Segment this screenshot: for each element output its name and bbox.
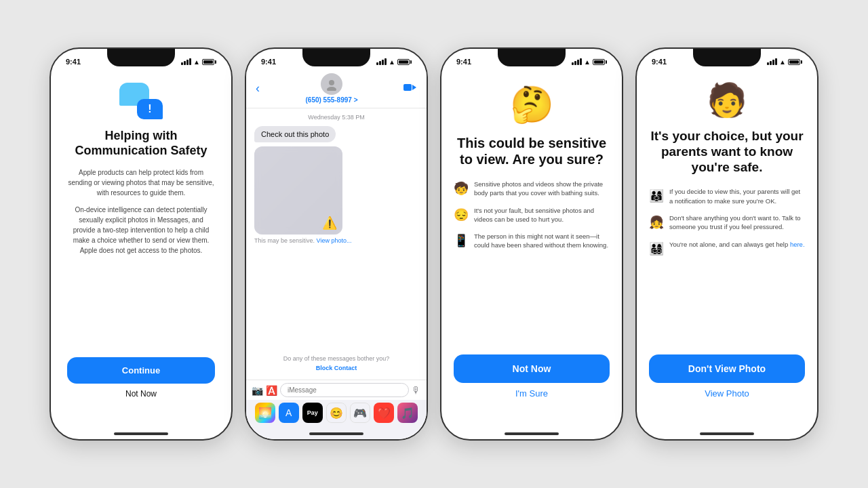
signal-icon-1: [181, 58, 191, 65]
camera-icon[interactable]: 📷: [252, 385, 263, 396]
svg-rect-2: [403, 84, 412, 91]
svg-point-1: [327, 87, 336, 91]
exclaim-icon: !: [148, 103, 151, 115]
here-link[interactable]: here.: [790, 241, 805, 248]
phone1-body1: Apple products can help protect kids fro…: [67, 167, 215, 198]
apple-pay-icon[interactable]: Pay: [302, 403, 323, 423]
advice-icon-3: 👨‍👩‍👧‍👦: [649, 241, 664, 256]
signal-icon-2: [376, 58, 387, 65]
advice-item-3: 👨‍👩‍👧‍👦 You're not alone, and can always…: [649, 240, 805, 256]
warning-triangle-icon: ⚠️: [322, 216, 337, 230]
wifi-icon-4: ▲: [779, 58, 786, 66]
imessage-input[interactable]: [280, 383, 409, 397]
svg-point-0: [329, 80, 334, 85]
battery-icon-3: [593, 59, 607, 65]
wifi-icon-3: ▲: [584, 58, 591, 66]
status-icons-4: ▲: [767, 58, 802, 66]
continue-button[interactable]: Continue: [67, 357, 215, 384]
bother-message: Do any of these messages bother you?: [254, 355, 418, 362]
advice-text-1: If you decide to view this, your parents…: [669, 187, 805, 205]
sensitive-title: This could be sensitive to view. Are you…: [454, 135, 610, 167]
not-now-button-3[interactable]: Not Now: [454, 354, 610, 383]
status-icons-2: ▲: [376, 58, 412, 66]
messages-header: ‹ (650) 555-8997 >: [246, 70, 427, 108]
message-bubble: Check out this photo: [254, 126, 336, 142]
chat-bubble-2: !: [137, 99, 163, 119]
game-icon[interactable]: 🎮: [350, 403, 370, 423]
status-bar-1: 9:41 ▲: [51, 49, 231, 70]
view-photo-button[interactable]: View Photo: [705, 388, 749, 399]
reason-icon-3: 📱: [454, 233, 469, 248]
advice-icon-2: 👧: [649, 215, 664, 230]
phone1-content: ! Helping with Communication Safety Appl…: [51, 70, 231, 439]
phone-2: 9:41 ▲ ‹: [245, 47, 428, 441]
advice-item-2: 👧 Don't share anything you don't want to…: [649, 214, 805, 232]
time-4: 9:41: [652, 58, 667, 66]
advice-text-3: You're not alone, and can always get hel…: [669, 240, 805, 249]
battery-icon-1: [202, 59, 216, 65]
messages-body: Wednesday 5:38 PM Check out this photo ⚠…: [246, 108, 427, 380]
phone2-content: ‹ (650) 555-8997 > Wednesday 5:38 PM Che…: [246, 70, 427, 439]
phone1-body2: On-device intelligence can detect potent…: [67, 205, 215, 256]
signal-icon-4: [767, 58, 777, 65]
memoji-icon[interactable]: 😊: [326, 403, 347, 423]
appstore-icon[interactable]: A: [279, 403, 299, 423]
reason-item-2: 😔 It's not your fault, but sensitive pho…: [454, 206, 610, 224]
im-sure-button[interactable]: I'm Sure: [515, 388, 548, 399]
contact-info: (650) 555-8997 >: [305, 73, 357, 104]
advice-item-1: 👨‍👩‍👧 If you decide to view this, your p…: [649, 187, 805, 205]
photos-app-icon[interactable]: 🌅: [255, 403, 275, 423]
wifi-icon-1: ▲: [193, 58, 200, 66]
reason-text-1: Sensitive photos and videos show the pri…: [474, 180, 610, 198]
comm-safety-icon: !: [119, 83, 163, 119]
contact-avatar: [321, 73, 342, 95]
time-3: 9:41: [456, 58, 471, 66]
advice-icon-1: 👨‍👩‍👧: [649, 188, 664, 203]
home-indicator-3: [505, 432, 559, 435]
reason-text-3: The person in this might not want it see…: [474, 232, 610, 250]
advice-text-2: Don't share anything you don't want to. …: [669, 214, 805, 232]
reason-item-3: 📱 The person in this might not want it s…: [454, 232, 610, 250]
block-contact-link[interactable]: Block Contact: [254, 365, 418, 371]
reason-list: 🧒 Sensitive photos and videos show the p…: [454, 180, 610, 258]
signal-icon-3: [572, 58, 582, 65]
parent-title: It's your choice, but your parents want …: [649, 129, 805, 175]
reason-icon-1: 🧒: [454, 181, 469, 196]
music-icon[interactable]: 🎵: [397, 403, 418, 423]
time-1: 9:41: [66, 58, 81, 66]
contact-number[interactable]: (650) 555-8997 >: [305, 96, 357, 104]
status-icons-3: ▲: [572, 58, 607, 66]
view-photo-link[interactable]: View photo...: [317, 237, 352, 244]
sensitive-notice: This may be sensitive. View photo...: [254, 237, 351, 244]
phone-4: 9:41 ▲ 🧑 It's your choice, but your pare…: [635, 47, 818, 441]
phone4-content: 🧑 It's your choice, but your parents wan…: [637, 70, 817, 439]
reason-icon-2: 😔: [454, 207, 469, 222]
status-icons-1: ▲: [181, 58, 216, 66]
sticker-icon[interactable]: 🅰️: [266, 385, 277, 396]
status-bar-2: 9:41 ▲: [246, 49, 427, 70]
home-indicator-2: [309, 432, 363, 435]
imessage-bar: 📷 🅰️ 🎙: [246, 380, 427, 400]
battery-icon-4: [788, 59, 802, 65]
svg-marker-3: [412, 85, 416, 90]
video-call-button[interactable]: [403, 83, 417, 95]
advice-list: 👨‍👩‍👧 If you decide to view this, your p…: [649, 187, 805, 264]
home-indicator-1: [114, 432, 168, 435]
back-button[interactable]: ‹: [256, 81, 260, 96]
parent-emoji: 🧑: [707, 81, 747, 119]
time-2: 9:41: [261, 58, 276, 66]
phone1-title: Helping with Communication Safety: [67, 129, 215, 158]
not-now-button-1[interactable]: Not Now: [125, 389, 157, 399]
thinking-emoji: 🤔: [510, 84, 554, 125]
status-bar-3: 9:41 ▲: [441, 49, 622, 70]
home-indicator-4: [700, 432, 754, 435]
phone-1: 9:41 ▲ !: [50, 47, 233, 441]
audio-icon[interactable]: 🎙: [412, 385, 421, 396]
phone3-content: 🤔 This could be sensitive to view. Are y…: [441, 70, 622, 439]
status-bar-4: 9:41 ▲: [637, 49, 817, 70]
heart-icon[interactable]: ❤️: [374, 403, 394, 423]
dont-view-button[interactable]: Don't View Photo: [649, 354, 805, 383]
sensitive-image: ⚠️: [254, 146, 342, 235]
reason-item-1: 🧒 Sensitive photos and videos show the p…: [454, 180, 610, 198]
wifi-icon-2: ▲: [389, 58, 395, 66]
